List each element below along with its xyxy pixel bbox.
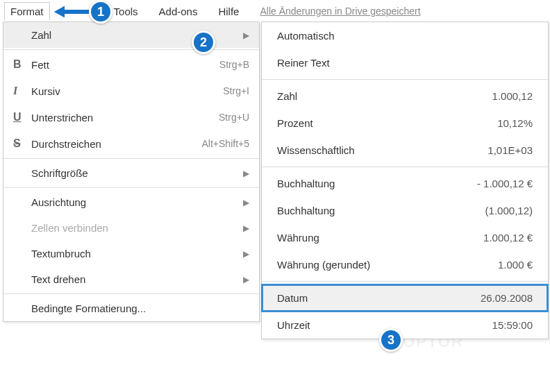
menu-item-unterstrichen[interactable]: UUnterstrichenStrg+U — [3, 104, 259, 130]
format-option-example: 10,12% — [497, 117, 533, 129]
menu-item-label: Zellen verbinden — [31, 222, 238, 234]
menu-item-label: Fett — [31, 59, 219, 71]
format-option-label: Datum — [277, 292, 481, 304]
format-option-label: Währung (gerundet) — [277, 259, 498, 271]
menu-item-label: Schriftgröße — [31, 167, 238, 179]
divider — [262, 281, 548, 282]
format-option-example: 1.000,12 — [492, 90, 533, 102]
format-option-label: Buchhaltung — [277, 205, 485, 216]
divider — [262, 79, 548, 80]
format-option-zahl[interactable]: Zahl1.000,12 — [262, 83, 548, 110]
format-option-prozent[interactable]: Prozent10,12% — [262, 110, 548, 137]
u-icon: U — [13, 111, 31, 123]
i-icon: I — [13, 85, 31, 97]
divider — [3, 187, 259, 188]
callout-circle-3: 3 — [379, 328, 403, 352]
menu-item-zahl[interactable]: Zahl▶ — [3, 22, 259, 48]
menu-item-label: Ausrichtung — [31, 196, 238, 208]
chevron-right-icon: ▶ — [243, 31, 249, 40]
menu-item-bedingte-formatierung-[interactable]: Bedingte Formatierung... — [3, 296, 259, 321]
shortcut: Strg+B — [219, 59, 249, 70]
format-option-label: Zahl — [277, 90, 492, 102]
menu-item-label: Durchstreichen — [31, 138, 202, 150]
menu-item-fett[interactable]: BFettStrg+B — [3, 51, 259, 78]
menubar-hilfe[interactable]: Hilfe — [212, 3, 244, 20]
divider — [262, 167, 548, 167]
divider — [3, 49, 259, 50]
menu-item-label: Unterstrichen — [31, 112, 219, 123]
s-icon: S — [13, 137, 31, 150]
chevron-right-icon: ▶ — [243, 198, 249, 207]
menubar-addons[interactable]: Add-ons — [153, 3, 203, 20]
format-option-automatisch[interactable]: Automatisch — [262, 22, 548, 49]
shortcut: Strg+U — [219, 112, 249, 123]
format-option-label: Währung — [277, 232, 483, 244]
save-status[interactable]: Alle Änderungen in Drive gespeichert — [260, 6, 420, 17]
format-option-buchhaltung[interactable]: Buchhaltung- 1.000,12 € — [262, 170, 548, 197]
format-option-example: 1.000 € — [498, 259, 533, 271]
menu-item-label: Textumbruch — [31, 248, 238, 259]
menu-item-kursiv[interactable]: IKursivStrg+I — [3, 78, 259, 104]
format-option-wissenschaftlich[interactable]: Wissenschaftlich1,01E+03 — [262, 137, 548, 164]
format-option-example: 1,01E+03 — [488, 144, 533, 156]
format-option-reiner-text[interactable]: Reiner Text — [262, 49, 548, 76]
menubar-tools[interactable]: Tools — [108, 3, 144, 20]
format-option-label: Reiner Text — [277, 57, 533, 69]
callout-circle-2: 2 — [192, 31, 215, 54]
menu-item-textumbruch[interactable]: Textumbruch▶ — [3, 241, 259, 266]
format-option-w-hrung[interactable]: Währung1.000,12 € — [262, 224, 548, 251]
callout-1: 1 — [89, 0, 112, 24]
format-dropdown: Zahl▶BFettStrg+BIKursivStrg+IUUnterstric… — [3, 22, 260, 322]
chevron-right-icon: ▶ — [243, 223, 249, 233]
callout-circle-1: 1 — [89, 0, 112, 24]
menu-item-label: Kursiv — [31, 85, 223, 97]
number-format-submenu: AutomatischReiner TextZahl1.000,12Prozen… — [261, 22, 549, 339]
shortcut: Alt+Shift+5 — [202, 138, 250, 149]
format-option-label: Wissenschaftlich — [277, 144, 488, 156]
b-icon: B — [13, 58, 31, 71]
divider — [3, 293, 259, 294]
format-option-datum[interactable]: Datum26.09.2008 — [262, 284, 548, 312]
format-option-label: Buchhaltung — [277, 178, 477, 189]
menu-item-zellen-verbinden: Zellen verbinden▶ — [3, 215, 259, 241]
format-option-w-hrung-gerundet-[interactable]: Währung (gerundet)1.000 € — [262, 251, 548, 278]
format-option-example: - 1.000,12 € — [477, 178, 533, 189]
menu-item-text-drehen[interactable]: Text drehen▶ — [3, 266, 259, 292]
chevron-right-icon: ▶ — [243, 169, 249, 178]
format-option-example: 15:59:00 — [492, 319, 533, 331]
format-option-label: Automatisch — [277, 30, 533, 42]
format-option-example: (1.000,12) — [485, 205, 533, 216]
divider — [3, 158, 259, 159]
format-option-uhrzeit[interactable]: Uhrzeit15:59:00 — [262, 312, 548, 339]
callout-2: 2 — [192, 31, 215, 54]
format-option-example: 1.000,12 € — [483, 232, 533, 244]
menu-item-schriftgr-e[interactable]: Schriftgröße▶ — [3, 160, 259, 186]
menu-item-ausrichtung[interactable]: Ausrichtung▶ — [3, 189, 259, 215]
chevron-right-icon: ▶ — [243, 249, 249, 259]
menu-item-label: Bedingte Formatierung... — [31, 302, 249, 314]
format-option-example: 26.09.2008 — [481, 292, 533, 304]
callout-arrow-1 — [53, 2, 94, 22]
svg-marker-0 — [53, 5, 94, 19]
format-option-label: Prozent — [277, 117, 497, 129]
menubar-format[interactable]: Format — [4, 2, 50, 20]
format-option-buchhaltung[interactable]: Buchhaltung(1.000,12) — [262, 197, 548, 224]
menu-item-label: Text drehen — [31, 273, 238, 285]
shortcut: Strg+I — [223, 85, 249, 96]
callout-3: 3 — [379, 328, 403, 352]
menu-item-durchstreichen[interactable]: SDurchstreichenAlt+Shift+5 — [3, 130, 259, 157]
chevron-right-icon: ▶ — [243, 275, 249, 284]
